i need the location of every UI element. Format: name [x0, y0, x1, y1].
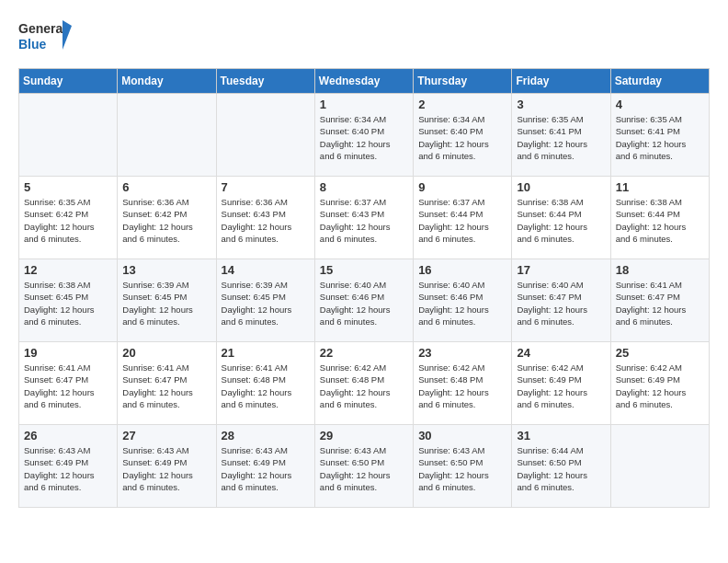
day-info: Sunrise: 6:39 AM Sunset: 6:45 PM Dayligh…	[122, 279, 210, 327]
day-cell: 26Sunrise: 6:43 AM Sunset: 6:49 PM Dayli…	[19, 425, 118, 508]
svg-text:Blue: Blue	[18, 37, 47, 52]
day-cell: 6Sunrise: 6:36 AM Sunset: 6:42 PM Daylig…	[118, 177, 216, 259]
col-header-monday: Monday	[118, 69, 216, 94]
day-info: Sunrise: 6:41 AM Sunset: 6:47 PM Dayligh…	[24, 362, 112, 410]
day-cell: 30Sunrise: 6:43 AM Sunset: 6:50 PM Dayli…	[414, 425, 512, 508]
day-number: 13	[122, 263, 210, 277]
day-cell: 16Sunrise: 6:40 AM Sunset: 6:46 PM Dayli…	[414, 259, 512, 342]
day-cell	[216, 94, 314, 177]
day-cell: 2Sunrise: 6:34 AM Sunset: 6:40 PM Daylig…	[414, 94, 512, 177]
day-cell	[19, 94, 118, 177]
day-cell: 25Sunrise: 6:42 AM Sunset: 6:49 PM Dayli…	[610, 342, 709, 425]
col-header-friday: Friday	[512, 69, 610, 94]
day-number: 7	[222, 180, 310, 194]
day-cell: 17Sunrise: 6:40 AM Sunset: 6:47 PM Dayli…	[512, 259, 610, 342]
day-info: Sunrise: 6:34 AM Sunset: 6:40 PM Dayligh…	[418, 113, 506, 162]
day-cell: 19Sunrise: 6:41 AM Sunset: 6:47 PM Dayli…	[19, 342, 118, 425]
day-cell: 14Sunrise: 6:39 AM Sunset: 6:45 PM Dayli…	[216, 259, 314, 342]
day-number: 8	[320, 180, 408, 194]
day-number: 11	[616, 180, 704, 194]
day-number: 26	[24, 429, 112, 442]
day-number: 20	[122, 346, 210, 360]
logo: GeneralBlue	[18, 18, 74, 53]
col-header-thursday: Thursday	[414, 69, 512, 94]
day-cell: 15Sunrise: 6:40 AM Sunset: 6:46 PM Dayli…	[314, 259, 413, 342]
week-row-1: 1Sunrise: 6:34 AM Sunset: 6:40 PM Daylig…	[19, 94, 710, 177]
calendar-table: SundayMondayTuesdayWednesdayThursdayFrid…	[18, 68, 710, 508]
day-cell: 9Sunrise: 6:37 AM Sunset: 6:44 PM Daylig…	[414, 177, 512, 259]
day-number: 3	[517, 98, 605, 111]
day-info: Sunrise: 6:37 AM Sunset: 6:43 PM Dayligh…	[320, 196, 408, 245]
day-cell: 13Sunrise: 6:39 AM Sunset: 6:45 PM Dayli…	[118, 259, 216, 342]
day-number: 2	[418, 98, 506, 111]
calendar-header-row: SundayMondayTuesdayWednesdayThursdayFrid…	[19, 69, 710, 94]
day-info: Sunrise: 6:42 AM Sunset: 6:48 PM Dayligh…	[418, 362, 506, 410]
col-header-sunday: Sunday	[19, 69, 118, 94]
day-info: Sunrise: 6:43 AM Sunset: 6:49 PM Dayligh…	[222, 444, 310, 493]
day-cell: 27Sunrise: 6:43 AM Sunset: 6:49 PM Dayli…	[118, 425, 216, 508]
day-info: Sunrise: 6:42 AM Sunset: 6:48 PM Dayligh…	[320, 362, 408, 410]
week-row-3: 12Sunrise: 6:38 AM Sunset: 6:45 PM Dayli…	[19, 259, 710, 342]
day-number: 25	[616, 346, 704, 360]
day-number: 18	[616, 263, 704, 277]
day-info: Sunrise: 6:36 AM Sunset: 6:43 PM Dayligh…	[222, 196, 310, 245]
week-row-4: 19Sunrise: 6:41 AM Sunset: 6:47 PM Dayli…	[19, 342, 710, 425]
day-info: Sunrise: 6:42 AM Sunset: 6:49 PM Dayligh…	[517, 362, 605, 410]
col-header-tuesday: Tuesday	[216, 69, 314, 94]
svg-text:General: General	[18, 21, 66, 36]
day-info: Sunrise: 6:38 AM Sunset: 6:44 PM Dayligh…	[517, 196, 605, 245]
day-number: 24	[517, 346, 605, 360]
day-number: 10	[517, 180, 605, 194]
day-number: 17	[517, 263, 605, 277]
day-cell: 4Sunrise: 6:35 AM Sunset: 6:41 PM Daylig…	[610, 94, 709, 177]
page-header: GeneralBlue	[18, 18, 710, 53]
day-number: 29	[320, 429, 408, 442]
day-cell	[610, 425, 709, 508]
day-number: 9	[418, 180, 506, 194]
logo-icon: GeneralBlue	[18, 18, 74, 53]
day-number: 6	[122, 180, 210, 194]
day-info: Sunrise: 6:35 AM Sunset: 6:41 PM Dayligh…	[517, 113, 605, 162]
day-cell: 21Sunrise: 6:41 AM Sunset: 6:48 PM Dayli…	[216, 342, 314, 425]
day-info: Sunrise: 6:40 AM Sunset: 6:46 PM Dayligh…	[320, 279, 408, 327]
day-cell: 12Sunrise: 6:38 AM Sunset: 6:45 PM Dayli…	[19, 259, 118, 342]
day-cell: 11Sunrise: 6:38 AM Sunset: 6:44 PM Dayli…	[610, 177, 709, 259]
day-number: 1	[320, 98, 408, 111]
day-info: Sunrise: 6:40 AM Sunset: 6:47 PM Dayligh…	[517, 279, 605, 327]
day-number: 15	[320, 263, 408, 277]
day-cell: 31Sunrise: 6:44 AM Sunset: 6:50 PM Dayli…	[512, 425, 610, 508]
day-info: Sunrise: 6:41 AM Sunset: 6:47 PM Dayligh…	[122, 362, 210, 410]
day-number: 19	[24, 346, 112, 360]
day-info: Sunrise: 6:39 AM Sunset: 6:45 PM Dayligh…	[222, 279, 310, 327]
day-info: Sunrise: 6:37 AM Sunset: 6:44 PM Dayligh…	[418, 196, 506, 245]
day-number: 28	[222, 429, 310, 442]
day-cell: 10Sunrise: 6:38 AM Sunset: 6:44 PM Dayli…	[512, 177, 610, 259]
day-cell	[118, 94, 216, 177]
day-number: 27	[122, 429, 210, 442]
week-row-2: 5Sunrise: 6:35 AM Sunset: 6:42 PM Daylig…	[19, 177, 710, 259]
day-number: 14	[222, 263, 310, 277]
day-info: Sunrise: 6:42 AM Sunset: 6:49 PM Dayligh…	[616, 362, 704, 410]
day-cell: 1Sunrise: 6:34 AM Sunset: 6:40 PM Daylig…	[314, 94, 413, 177]
day-info: Sunrise: 6:38 AM Sunset: 6:45 PM Dayligh…	[24, 279, 112, 327]
day-number: 5	[24, 180, 112, 194]
day-info: Sunrise: 6:43 AM Sunset: 6:50 PM Dayligh…	[320, 444, 408, 493]
svg-marker-2	[63, 20, 72, 50]
day-cell: 5Sunrise: 6:35 AM Sunset: 6:42 PM Daylig…	[19, 177, 118, 259]
day-info: Sunrise: 6:35 AM Sunset: 6:41 PM Dayligh…	[616, 113, 704, 162]
day-info: Sunrise: 6:43 AM Sunset: 6:50 PM Dayligh…	[418, 444, 506, 493]
day-info: Sunrise: 6:34 AM Sunset: 6:40 PM Dayligh…	[320, 113, 408, 162]
day-info: Sunrise: 6:40 AM Sunset: 6:46 PM Dayligh…	[418, 279, 506, 327]
day-number: 31	[517, 429, 605, 442]
day-number: 21	[222, 346, 310, 360]
day-number: 30	[418, 429, 506, 442]
day-info: Sunrise: 6:36 AM Sunset: 6:42 PM Dayligh…	[122, 196, 210, 245]
col-header-saturday: Saturday	[610, 69, 709, 94]
col-header-wednesday: Wednesday	[314, 69, 413, 94]
day-number: 16	[418, 263, 506, 277]
day-number: 12	[24, 263, 112, 277]
week-row-5: 26Sunrise: 6:43 AM Sunset: 6:49 PM Dayli…	[19, 425, 710, 508]
day-cell: 23Sunrise: 6:42 AM Sunset: 6:48 PM Dayli…	[414, 342, 512, 425]
day-info: Sunrise: 6:35 AM Sunset: 6:42 PM Dayligh…	[24, 196, 112, 245]
day-cell: 18Sunrise: 6:41 AM Sunset: 6:47 PM Dayli…	[610, 259, 709, 342]
